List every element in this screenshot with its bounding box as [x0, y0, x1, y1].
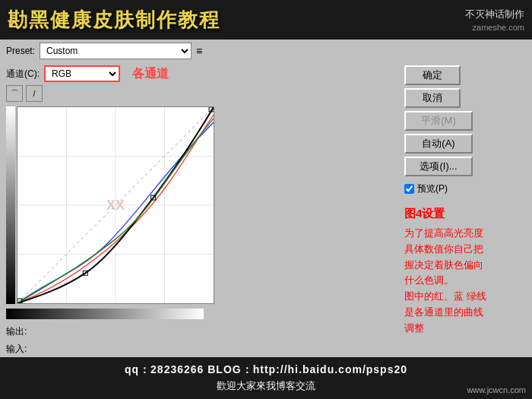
curve-tool-pen[interactable]: ⌒	[6, 85, 23, 102]
curve-tool-pencil[interactable]: /	[26, 85, 43, 102]
input-row: 输入:	[6, 343, 398, 356]
preview-row: 预览(P)	[404, 182, 526, 195]
preset-select[interactable]: Custom	[40, 43, 192, 59]
footer-site: www.jcwcn.com	[467, 385, 526, 394]
curve-tools: ⌒ /	[6, 85, 398, 102]
preset-menu-icon[interactable]: ≡	[196, 45, 202, 57]
output-row: 输出:	[6, 325, 398, 338]
cancel-button[interactable]: 取消	[404, 88, 461, 108]
gradient-bar-left	[6, 106, 15, 304]
left-panel: 通道(C): RGB 红 绿 蓝 各通道 ⌒ / XX	[6, 65, 398, 356]
channel-annotation: 各通道	[132, 66, 169, 82]
footer-welcome: 歡迎大家來我博客交流	[217, 379, 315, 393]
curve-area: XX	[17, 106, 398, 304]
header-logo: 不灭神话制作zameshe.com	[465, 8, 524, 33]
channel-row: 通道(C): RGB 红 绿 蓝 各通道	[6, 65, 398, 82]
channel-select[interactable]: RGB 红 绿 蓝	[44, 65, 120, 82]
header-title: 勘黑健康皮肤制作教程	[8, 7, 220, 33]
preview-label[interactable]: 预览(P)	[417, 182, 448, 195]
footer-qq: qq：28236266 BLOG：http://hi.baidu.com/psp…	[125, 363, 407, 377]
right-text-body: 为了提高高光亮度 具体数值你自己把 握决定着肤色偏向 什么色调。 图中的红、蓝 …	[404, 226, 526, 337]
curve-canvas[interactable]: XX	[17, 106, 214, 304]
main-panel: Preset: Custom ≡ 通道(C): RGB 红 绿 蓝 各通道 ⌒	[0, 40, 532, 357]
preset-label: Preset:	[6, 46, 35, 56]
header: 勘黑健康皮肤制作教程 不灭神话制作zameshe.com	[0, 0, 532, 40]
preview-checkbox[interactable]	[404, 184, 414, 194]
output-label: 输出:	[6, 325, 27, 338]
smooth-button[interactable]: 平滑(M)	[404, 111, 473, 131]
dialog-body: 通道(C): RGB 红 绿 蓝 各通道 ⌒ / XX	[0, 62, 532, 362]
options-button[interactable]: 选项(I)...	[404, 157, 473, 176]
preset-row: Preset: Custom ≡	[0, 40, 532, 62]
right-text-title: 图4设置	[404, 204, 526, 223]
input-label: 输入:	[6, 343, 27, 356]
gradient-bar-bottom	[6, 309, 204, 319]
footer: qq：28236266 BLOG：http://hi.baidu.com/psp…	[0, 357, 532, 399]
right-panel: 确定 取消 平滑(M) 自动(A) 选项(I)... 预览(P) 图4设置 为了…	[404, 65, 526, 356]
confirm-button[interactable]: 确定	[404, 65, 461, 85]
right-text-panel: 图4设置 为了提高高光亮度 具体数值你自己把 握决定着肤色偏向 什么色调。 图中…	[404, 204, 526, 337]
channel-label: 通道(C):	[6, 68, 40, 81]
curve-svg	[17, 107, 214, 303]
auto-button[interactable]: 自动(A)	[404, 134, 473, 154]
